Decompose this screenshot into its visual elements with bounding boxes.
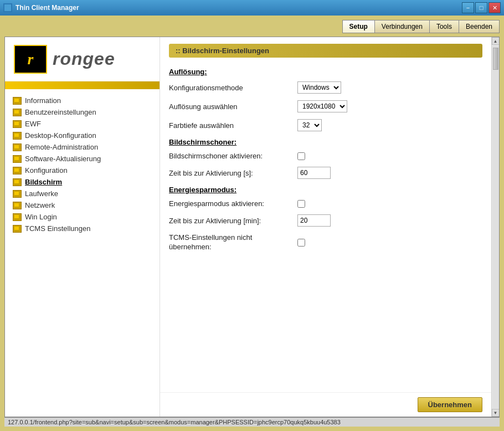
folder-icon (13, 155, 22, 163)
folder-icon (13, 143, 22, 151)
sidebar-item-information[interactable]: Information (9, 95, 155, 106)
bildschirmschoner-title: Bildschirmschoner: (169, 138, 482, 146)
status-url: 127.0.0.1/frontend.php?site=sub&navi=set… (8, 419, 341, 425)
aufloesung-row: Auflösung auswählen 800x600 1024x768 128… (169, 100, 482, 112)
tab-beenden[interactable]: Beenden (459, 20, 500, 33)
konfigurationsmethode-row: Konfigurationsmethode Windows Manual (169, 81, 482, 94)
logo-area: r rongee (5, 37, 160, 81)
topbar: Setup Verbindungen Tools Beenden (4, 20, 500, 33)
tab-tools[interactable]: Tools (429, 20, 459, 33)
sidebar-item-win-login[interactable]: Win Login (9, 211, 155, 223)
folder-icon (13, 97, 22, 105)
folder-icon (13, 167, 22, 175)
sidebar-item-netzwerk[interactable]: Netzwerk (9, 199, 155, 211)
minimize-button[interactable]: − (462, 2, 474, 13)
section-header: :: Bildschirm-Einstellungen (169, 44, 482, 58)
scroll-up-arrow[interactable]: ▲ (492, 37, 500, 45)
zeit-s-label: Zeit bis zur Aktivierung [s]: (169, 169, 291, 177)
sidebar-item-software-aktualisierung[interactable]: Software-Aktualisierung (9, 153, 155, 165)
aufloesung-title: Auflösung: (169, 68, 482, 76)
farbtiefe-label: Farbtiefe auswählen (169, 121, 291, 130)
tcms-einstellungen-checkbox[interactable] (297, 239, 305, 247)
energiesparmodus-aktivieren-checkbox[interactable] (297, 200, 305, 208)
scroll-down-arrow[interactable]: ▼ (492, 409, 500, 417)
sidebar-item-ewf[interactable]: EWF (9, 118, 155, 130)
bildschirmschoner-aktivieren-label: Bildschirmschoner aktivieren: (169, 152, 291, 160)
tab-setup[interactable]: Setup (342, 20, 374, 33)
titlebar-controls: − □ ✕ (462, 2, 501, 13)
energiesparmodus-aktivieren-row: Energiesparmodus aktivieren: (169, 199, 482, 208)
zeit-min-input[interactable] (297, 214, 331, 227)
folder-icon (13, 109, 22, 116)
aufloesung-select[interactable]: 800x600 1024x768 1280x1024 1920x1080 (297, 100, 347, 112)
close-button[interactable]: ✕ (488, 2, 501, 13)
svg-rect-0 (4, 4, 11, 11)
submit-button[interactable]: Übernehmen (418, 397, 482, 412)
folder-icon (13, 178, 22, 186)
scrollbar: ▲ ▼ (491, 37, 499, 417)
folder-icon (13, 120, 22, 128)
sidebar-item-bildschirm[interactable]: Bildschirm (9, 176, 155, 188)
left-panel: r rongee Information Benutzereinstellung… (5, 37, 160, 417)
folder-icon (13, 202, 22, 209)
logo-text: rongee (53, 49, 115, 69)
statusbar: 127.0.0.1/frontend.php?site=sub&navi=set… (4, 417, 500, 427)
sidebar-item-benutzereinstellungen[interactable]: Benutzereinstellungen (9, 106, 155, 118)
sidebar-item-konfiguration[interactable]: Konfiguration (9, 165, 155, 176)
tcms-einstellungen-label: TCMS-Einstellungen nicht übernehmen: (169, 233, 291, 252)
farbtiefe-select[interactable]: 16 24 32 (297, 119, 322, 131)
bildschirmschoner-aktivieren-row: Bildschirmschoner aktivieren: (169, 152, 482, 160)
bildschirmschoner-aktivieren-checkbox[interactable] (297, 152, 305, 160)
titlebar: Thin Client Manager − □ ✕ (0, 0, 504, 16)
titlebar-title: Thin Client Manager (16, 4, 79, 12)
form-footer: Übernehmen (160, 392, 491, 417)
energiesparmodus-title: Energiesparmodus: (169, 186, 482, 194)
scroll-thumb[interactable] (493, 48, 498, 70)
zeit-min-row: Zeit bis zur Aktivierung [min]: (169, 214, 482, 227)
zeit-s-input[interactable] (297, 167, 331, 179)
sidebar-nav: Information Benutzereinstellungen EWF De… (5, 89, 160, 417)
sidebar-item-laufwerke[interactable]: Laufwerke (9, 188, 155, 199)
form-content: Auflösung: Konfigurationsmethode Windows… (160, 58, 491, 392)
folder-icon (13, 225, 22, 233)
folder-icon (13, 213, 22, 221)
sidebar-item-desktop-konfiguration[interactable]: Desktop-Konfiguration (9, 130, 155, 141)
tcms-einstellungen-row: TCMS-Einstellungen nicht übernehmen: (169, 233, 482, 252)
sidebar-item-remote-administration[interactable]: Remote-Administration (9, 141, 155, 153)
zeit-min-label: Zeit bis zur Aktivierung [min]: (169, 217, 291, 225)
scroll-track[interactable] (492, 45, 499, 408)
tab-verbindungen[interactable]: Verbindungen (374, 20, 429, 33)
folder-icon (13, 132, 22, 140)
sidebar-item-tcms-einstellungen[interactable]: TCMS Einstellungen (9, 223, 155, 234)
app-icon (3, 3, 12, 12)
zeit-s-row: Zeit bis zur Aktivierung [s]: (169, 167, 482, 179)
nav-tabs: Setup Verbindungen Tools Beenden (342, 20, 500, 33)
yellow-stripe (5, 81, 160, 89)
konfigurationsmethode-select[interactable]: Windows Manual (297, 81, 341, 94)
right-panel-wrapper: :: Bildschirm-Einstellungen Auflösung: K… (160, 37, 499, 417)
right-panel: :: Bildschirm-Einstellungen Auflösung: K… (160, 37, 491, 417)
farbtiefe-row: Farbtiefe auswählen 16 24 32 (169, 119, 482, 131)
aufloesung-label: Auflösung auswählen (169, 102, 291, 111)
maximize-button[interactable]: □ (475, 2, 487, 13)
main-window: Setup Verbindungen Tools Beenden r ronge… (0, 16, 504, 431)
folder-icon (13, 190, 22, 198)
konfigurationsmethode-label: Konfigurationsmethode (169, 84, 291, 92)
content-area: r rongee Information Benutzereinstellung… (4, 37, 500, 417)
energiesparmodus-aktivieren-label: Energiesparmodus aktivieren: (169, 199, 291, 208)
logo-icon: r (14, 45, 47, 74)
